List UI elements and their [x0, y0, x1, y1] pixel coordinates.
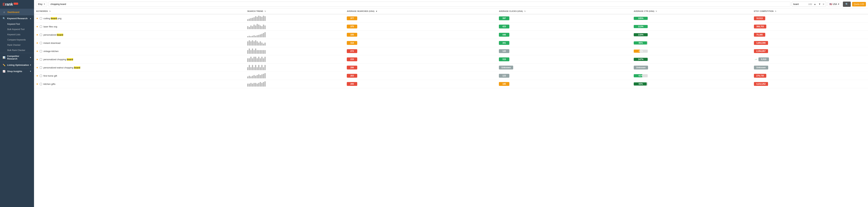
sidebar-item-bulk-keyword[interactable]: Bulk Keyword Tool: [0, 27, 34, 32]
star-button[interactable]: ★: [36, 17, 38, 20]
clicks-cell-2: 446: [497, 31, 632, 39]
sort-icon-competition[interactable]: ⇅: [775, 10, 776, 12]
search-input[interactable]: [49, 2, 790, 7]
searches-value: 203: [347, 74, 357, 78]
star-button[interactable]: ★: [36, 66, 38, 69]
bar: [258, 35, 259, 37]
table-row: ★kitchen gifts20018593%4,212,252: [34, 80, 868, 88]
ctr-label: 61%: [634, 74, 648, 77]
sidebar-item-bulk-rank-checker[interactable]: Bulk Rank Checker: [0, 48, 34, 53]
bar: [257, 41, 258, 46]
keyword-sub-items: Keyword Tool Bulk Keyword Tool Keyword L…: [0, 22, 34, 53]
star-button[interactable]: ★: [36, 50, 38, 53]
etsy-comp-inner: 75,385: [754, 33, 866, 37]
find-close-button[interactable]: ✕: [823, 3, 825, 6]
search-icon: 🔍: [3, 17, 5, 20]
row-checkbox[interactable]: [40, 66, 42, 69]
platform-chevron: ▼: [43, 3, 45, 5]
competition-cell-4: 2,354,957: [752, 47, 868, 55]
searches-value: 215: [347, 57, 357, 61]
star-button[interactable]: ★: [36, 41, 38, 44]
clicks-cell-0: 397: [497, 14, 632, 23]
row-checkbox[interactable]: [40, 26, 42, 28]
row-checkbox[interactable]: [40, 75, 42, 77]
sidebar-item-dashboard[interactable]: ⌂ Dashboard: [0, 9, 34, 15]
row-checkbox[interactable]: [40, 83, 42, 85]
searches-cell-6: 206: [345, 63, 497, 72]
chart-icon: 📊: [3, 56, 5, 59]
bar: [252, 26, 253, 29]
bar: [258, 83, 259, 87]
bar: [263, 58, 264, 62]
searches-value: 318: [347, 41, 357, 45]
clicks-value: 446: [499, 33, 509, 37]
trend-cell-7: [245, 72, 345, 80]
searches-cell-2: 335: [345, 31, 497, 39]
sidebar-item-keyword-tool[interactable]: Keyword Tool: [0, 22, 34, 27]
sidebar-item-compare-keywords[interactable]: Compare Keywords: [0, 37, 34, 42]
bar: [257, 24, 258, 29]
quota-button[interactable]: Quota 1/20: [852, 2, 866, 6]
clicks-value: 123: [499, 74, 509, 78]
keyword-research-header[interactable]: 🔍 Keyword Research ▲: [0, 16, 34, 22]
trend-cell-1: [245, 23, 345, 31]
star-button[interactable]: ★: [36, 33, 38, 36]
search-button[interactable]: 🔍: [843, 2, 851, 7]
bar: [255, 76, 256, 78]
sort-icon-trend[interactable]: ⇅: [265, 10, 266, 12]
star-button[interactable]: ★: [36, 25, 38, 28]
ctr-label: 44%: [634, 50, 648, 53]
find-next-button[interactable]: ▼: [818, 2, 822, 6]
ctr-bar-bg: 93%: [634, 82, 648, 86]
keyword-table: KEYWORDS ⇅ SEARCH TREND ⇅ AVERAGE SEARCH…: [34, 8, 868, 88]
bar: [265, 81, 266, 87]
sidebar-item-rank-checker[interactable]: Rank Checker: [0, 42, 34, 48]
platform-selector[interactable]: Etsy ▼: [36, 2, 47, 6]
bar: [265, 57, 266, 62]
bar: [247, 36, 248, 37]
searches-value: 200: [347, 82, 357, 86]
trend-cell-3: [245, 39, 345, 47]
row-checkbox[interactable]: [40, 17, 42, 20]
bar: [265, 65, 266, 70]
star-button[interactable]: ★: [36, 75, 38, 77]
bar: [250, 67, 252, 70]
bar: [257, 35, 258, 37]
keyword-text: first home gift: [43, 75, 57, 77]
sort-icon-ctr[interactable]: ⇅: [655, 10, 657, 12]
find-input[interactable]: [793, 3, 807, 5]
find-prev-button[interactable]: ▲: [813, 2, 817, 6]
row-checkbox[interactable]: [40, 50, 42, 52]
row-checkbox[interactable]: [40, 42, 42, 44]
ctr-unknown: Unknown: [634, 66, 648, 69]
keyword-table-container: KEYWORDS ⇅ SEARCH TREND ⇅ AVERAGE SEARCH…: [34, 8, 868, 207]
competition-value: 2,354,957: [754, 49, 768, 53]
clicks-cell-1: 423: [497, 23, 632, 31]
row-checkbox[interactable]: [40, 58, 42, 61]
star-button[interactable]: ★: [36, 83, 38, 85]
competition-cell-8: 4,212,252: [752, 80, 868, 88]
col-search-trend: SEARCH TREND ⇅: [245, 8, 345, 14]
etsy-comp-inner: 10,513: [754, 17, 866, 20]
sort-icon-clicks[interactable]: ⇅: [524, 10, 526, 12]
competition-unknown: Unknown: [754, 66, 768, 69]
ctr-cell-0: 105%: [632, 14, 752, 23]
bar: [265, 42, 266, 46]
searches-cell-8: 200: [345, 80, 497, 88]
sort-icon-searches[interactable]: ▼: [376, 10, 377, 12]
shop-insights-header[interactable]: 📈 Shop Insights ▼: [0, 68, 34, 75]
country-selector[interactable]: 🇺🇸 USA ▼: [828, 2, 841, 6]
competitor-research-header[interactable]: 📊 Competitor Research ▼: [0, 53, 34, 62]
table-row: ★personalized walnut chopping board206Un…: [34, 63, 868, 72]
bar: [253, 35, 255, 37]
listing-optimization-header[interactable]: ✏️ Listing Optimization ▼: [0, 62, 34, 68]
sort-icon-keywords[interactable]: ⇅: [49, 10, 51, 12]
bar: [263, 33, 264, 37]
sidebar-item-keyword-lists[interactable]: Keyword Lists: [0, 32, 34, 37]
col-keywords: KEYWORDS ⇅: [34, 8, 245, 14]
row-checkbox[interactable]: [40, 34, 42, 36]
star-button[interactable]: ★: [36, 58, 38, 61]
bar: [249, 40, 250, 46]
flag-icon: 🇺🇸: [830, 3, 832, 5]
bar: [252, 76, 253, 78]
